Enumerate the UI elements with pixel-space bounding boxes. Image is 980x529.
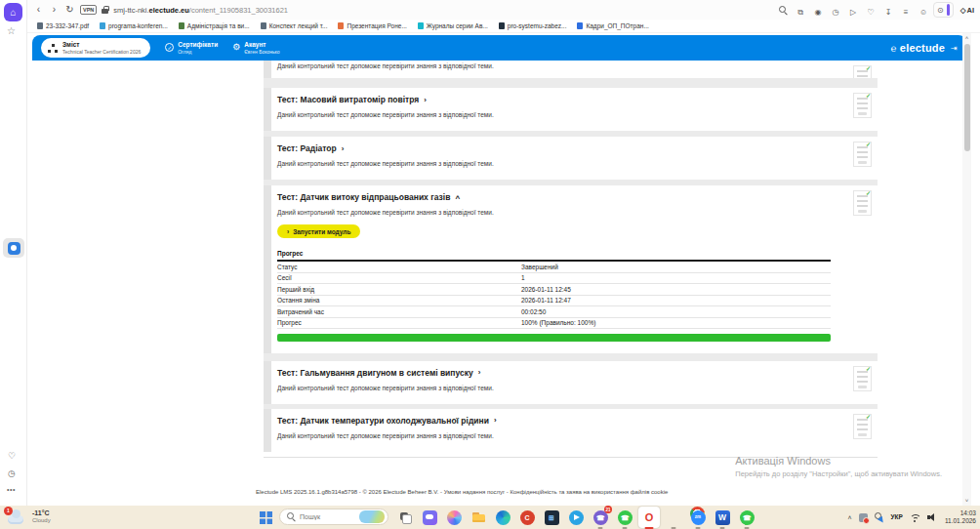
extensions-box[interactable]: ⊙ <box>933 2 954 18</box>
find-icon[interactable] <box>779 6 788 15</box>
page-footer: Electude LMS 2025.16.1.g8b314a5798 - © 2… <box>256 489 668 495</box>
logout-icon[interactable]: ⇥ <box>951 44 958 53</box>
test-title[interactable]: Тест: Датчик температури охолоджувальної… <box>277 416 831 426</box>
progress-row: Витрачений час 00:02:50 <box>277 306 831 318</box>
forward-button[interactable]: › <box>49 5 60 15</box>
task-view-button[interactable] <box>394 507 416 528</box>
history-icon[interactable]: ◷ <box>8 468 16 478</box>
test-card[interactable]: Тест: Масовий витратомір повітря› Даний … <box>264 88 878 131</box>
test-title[interactable]: Тест: Масовий витратомір повітря› <box>277 95 831 104</box>
more-options-icon[interactable]: ••• <box>7 486 16 493</box>
speed-dial-icon[interactable]: ⌂ <box>4 3 22 21</box>
test-card[interactable]: Тест: Радіатор› Даний контрольний тест д… <box>264 137 878 180</box>
messenger-icon <box>8 242 20 255</box>
opera-icon[interactable]: O <box>638 507 660 528</box>
scroll-down-arrow[interactable]: ˅ <box>962 498 971 504</box>
address-bar: ‹ › ↻ VPN smj-ttc-nki.electude.eu/conten… <box>27 0 980 20</box>
scroll-up-arrow[interactable]: ˄ <box>962 35 971 41</box>
menu-icon[interactable]: ≡ <box>901 1 911 19</box>
certificates-nav[interactable]: ✓ Сертифікати Огляд <box>165 41 218 55</box>
bookmark-item[interactable]: 23-332-347.pdf <box>37 22 89 29</box>
scrollbar-thumb[interactable] <box>964 44 970 151</box>
taskbar-clock[interactable]: 14:03 11.01.2026 <box>945 509 976 526</box>
url-field[interactable]: smj-ttc-nki.electude.eu/content_11905831… <box>113 6 288 15</box>
bookmark-item[interactable]: pro-systemu-zabez... <box>499 22 567 29</box>
favorites-icon[interactable]: ♡ <box>866 1 876 19</box>
page-scrollbar[interactable]: ˄ ˅ <box>962 33 971 506</box>
test-card-partial[interactable]: Даний контрольний тест допоможе перевіри… <box>264 61 878 78</box>
bookmark-item[interactable]: Журналы серии Ав... <box>418 22 488 29</box>
bookmark-item[interactable]: programa-konferen... <box>100 22 168 29</box>
taskbar-search-input[interactable] <box>300 513 355 520</box>
bookmark-icon <box>577 22 583 29</box>
zoom-icon[interactable]: zm <box>687 507 709 528</box>
bookmark-item[interactable]: Презентация Роне... <box>338 22 406 29</box>
test-card-expanded[interactable]: Тест: Датчик витоку відпрацьованих газів… <box>264 185 878 353</box>
tray-app-icon[interactable] <box>859 513 868 522</box>
camera-icon[interactable]: ◉ <box>813 1 823 19</box>
chevron-right-icon: › <box>478 368 481 377</box>
test-description: Даний контрольний тест допоможе перевіри… <box>277 432 831 439</box>
pinned-extension-icon <box>947 4 950 16</box>
telegram-icon[interactable] <box>565 507 587 528</box>
lock-icon[interactable] <box>102 9 108 14</box>
send-icon[interactable]: ▷ <box>848 1 858 19</box>
tray-expand-icon[interactable]: ˄ <box>847 514 851 521</box>
copilot-icon[interactable] <box>443 507 465 528</box>
windows-taskbar: 1 -11°C Cloudy <box>0 506 980 529</box>
file-explorer-icon[interactable] <box>468 507 489 528</box>
ccleaner-icon[interactable]: C <box>516 507 538 528</box>
history-icon[interactable]: ◷ <box>831 1 840 19</box>
test-card[interactable]: Тест: Датчик температури охолоджувальної… <box>264 409 878 452</box>
profile-icon[interactable]: ☺ <box>919 1 928 19</box>
progress-row-label: Перший вхід <box>277 286 521 293</box>
back-button[interactable]: ‹ <box>33 5 44 15</box>
launch-module-button[interactable]: ›Запустити модуль <box>277 224 360 238</box>
volume-icon[interactable] <box>927 513 938 522</box>
snapshot-icon[interactable]: ⧉ <box>796 1 805 19</box>
progress-heading: Прогрес <box>277 250 831 257</box>
ai-button[interactable]: ◇AI <box>959 6 974 15</box>
progress-bar-fill <box>277 334 831 342</box>
reload-button[interactable]: ↻ <box>64 5 75 15</box>
chat-icon[interactable] <box>419 507 440 528</box>
test-title[interactable]: Тест: Радіатор› <box>277 143 831 153</box>
vpn-badge[interactable]: VPN <box>80 5 97 15</box>
language-indicator[interactable]: УКР <box>891 514 903 521</box>
start-button[interactable] <box>260 511 272 524</box>
heart-icon[interactable]: ♡ <box>8 451 16 461</box>
test-card[interactable]: Тест: Гальмування двигуном в системі вип… <box>264 361 878 404</box>
module-thumbnail: ✓ <box>853 190 872 216</box>
edge-icon[interactable] <box>492 507 513 528</box>
store-icon[interactable]: ⊞ <box>541 507 562 528</box>
whatsapp-icon-2[interactable]: ☎ <box>736 507 757 528</box>
word-icon[interactable]: W <box>712 507 733 528</box>
app-icon: W <box>715 510 730 525</box>
bookmark-item[interactable]: Кадри_ОП_ПОтран... <box>577 22 648 29</box>
weather-widget[interactable]: 1 -11°C Cloudy <box>6 509 51 525</box>
search-highlight-image <box>359 510 385 523</box>
taskbar-search[interactable] <box>279 509 388 525</box>
account-nav[interactable]: ⚙ Акаунт Євген Боконько <box>232 41 279 55</box>
bookmarks-star-icon[interactable]: ☆ <box>7 25 16 36</box>
wifi-icon[interactable] <box>910 513 920 522</box>
sidebar-app-highlight[interactable] <box>3 238 24 258</box>
chrome-icon[interactable] <box>663 507 684 528</box>
viber-icon[interactable]: ☎ 21 <box>590 507 611 528</box>
progress-bar <box>277 334 831 342</box>
download-icon[interactable]: ↧ <box>883 1 893 19</box>
chevron-right-icon: › <box>287 228 289 235</box>
sitemap-icon <box>48 44 58 53</box>
electude-logo: ℮ electude ⇥ <box>891 42 958 54</box>
bookmark-item[interactable]: Адміністрація та ви... <box>179 22 250 29</box>
search-icon <box>287 512 296 521</box>
test-title[interactable]: Тест: Гальмування двигуном в системі вип… <box>277 368 831 378</box>
bookmark-item[interactable]: Конспект лекций т... <box>261 22 328 29</box>
location-icon[interactable] <box>875 512 884 522</box>
contents-nav-pill[interactable]: Зміст Technical Teacher Certification 20… <box>41 38 150 58</box>
whatsapp-icon[interactable]: ☎ <box>614 507 635 528</box>
card-edge <box>264 137 271 180</box>
chevron-right-icon: › <box>342 144 345 153</box>
windows-activation-watermark: Активація Windows Перейдіть до розділу "… <box>735 455 942 478</box>
test-title[interactable]: Тест: Датчик витоку відпрацьованих газів… <box>277 192 831 202</box>
